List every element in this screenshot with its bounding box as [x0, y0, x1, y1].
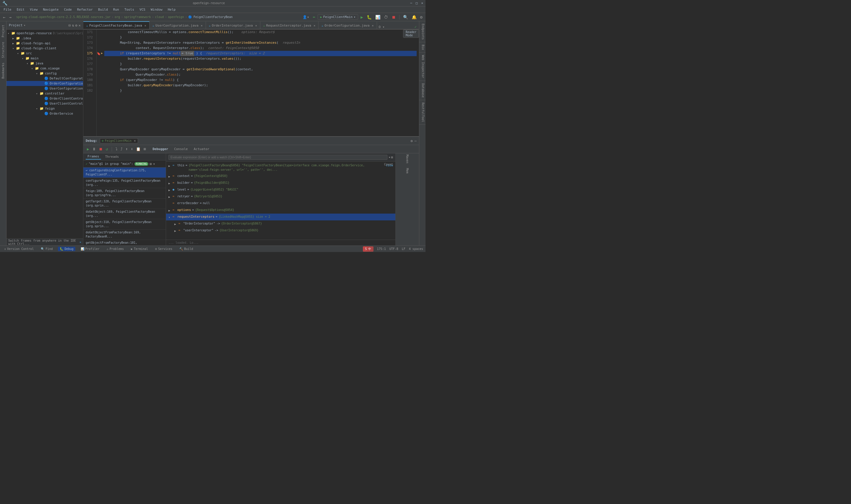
frame-item-1[interactable]: configureFeign:135, FeignClientFactoryBe… — [83, 178, 166, 188]
frame-item-3[interactable]: getTarget:320, FeignClientFactoryBean (o… — [83, 199, 166, 209]
var-item-error-decoder[interactable]: ▶ = errorDecoder = null — [166, 200, 395, 207]
close-hint-btn[interactable]: ✕ — [79, 240, 81, 244]
status-debug-item[interactable]: 🐛 Debug — [58, 247, 75, 251]
var-item-level[interactable]: ▶ ● level = {Logger$Level@5052} "BASIC" — [166, 186, 395, 193]
endpoints-tab[interactable]: Endpoints — [419, 21, 426, 42]
search-everywhere-button[interactable]: 🔍 — [402, 14, 409, 20]
tab-close-5[interactable]: ✕ — [372, 24, 374, 27]
bio-tab[interactable]: Bio — [419, 42, 426, 53]
tree-item-main[interactable]: ▾ 📁 main — [6, 56, 83, 61]
sort-icon[interactable]: ⇅ — [72, 23, 74, 28]
frame-item-2[interactable]: feign:109, FeignClientFactoryBean (org.s… — [83, 188, 166, 199]
input-method-switch[interactable]: S 中 — [363, 246, 374, 252]
bookmarks-tab[interactable]: Bookmarks — [1, 60, 6, 81]
tree-item-idea[interactable]: ▶ 📁 .idea — [6, 36, 83, 41]
debug-restart-btn[interactable]: ↺ — [105, 146, 109, 152]
breadcrumb-jar[interactable]: spring-cloud-openfeign-core-2.2.5.RELEAS… — [16, 15, 110, 19]
forward-button[interactable]: → — [8, 14, 13, 20]
var-item-order-interceptor[interactable]: ▶ = "OrderInterceptor" -> {OrderIntercep… — [166, 220, 395, 227]
minimize-button[interactable]: ─ — [410, 1, 412, 5]
debug-resume-btn[interactable]: ▶ — [86, 146, 90, 152]
status-profiler-item[interactable]: 📊 Profiler — [79, 247, 101, 251]
thread-filter-icon[interactable]: ⊞ — [149, 162, 151, 166]
tab-user-config[interactable]: ☕ UserConfiguration.java ✕ — [149, 21, 206, 29]
tree-item-feign[interactable]: ▾ 📁 feign — [6, 106, 83, 111]
breadcrumb-springframework[interactable]: springframework — [124, 15, 151, 19]
menu-build[interactable]: Build — [96, 7, 110, 12]
settings-button[interactable]: ⚙ — [419, 14, 424, 20]
debug-step-out-btn[interactable]: ⬆ — [124, 146, 129, 152]
frame-item-6[interactable]: doGetObjectFromFactoryBean:169, FactoryB… — [83, 230, 166, 240]
debug-run-to-cursor-btn[interactable]: ⬇ — [129, 146, 134, 152]
maven-tab[interactable]: Maven — [406, 155, 409, 163]
eval-expression-input[interactable] — [168, 155, 387, 160]
tree-item-api[interactable]: ▶ 📁 cloud-feign-api — [6, 41, 83, 46]
status-find-item[interactable]: 🔍 Find — [39, 247, 54, 251]
collapse-all-icon[interactable]: ⊟ — [69, 23, 71, 28]
console-tab[interactable]: Console — [172, 146, 189, 151]
frames-tab[interactable]: Frames — [86, 154, 101, 160]
more-tabs-btn[interactable]: O ▾ — [377, 25, 386, 29]
debug-collapse-icon[interactable]: — — [415, 139, 417, 143]
tree-item-order-config[interactable]: ▶ 🔵 OrderConfiguration — [6, 81, 83, 86]
actuator-tab[interactable]: Actuator — [192, 146, 211, 151]
var-item-builder[interactable]: ▶ = builder = {Feign$Builder@5051} — [166, 180, 395, 186]
menu-view[interactable]: View — [28, 7, 40, 12]
tree-item-order-service[interactable]: ▶ 🔵 OrderService — [6, 111, 83, 116]
tree-item-client[interactable]: ▾ 📁 cloud-feign-client — [6, 46, 83, 51]
tree-item-java[interactable]: ▾ 📁 java — [6, 61, 83, 66]
debugger-tab[interactable]: Debugger — [151, 146, 170, 151]
status-services-item[interactable]: ⚙ Services — [153, 247, 174, 251]
var-item-retryer[interactable]: ▶ = retryer = {Retryer$1@5053} — [166, 193, 395, 200]
web-inspector-tab[interactable]: Web Inspector — [419, 53, 426, 80]
project-dropdown-icon[interactable]: ▾ — [24, 24, 25, 27]
menu-edit[interactable]: Edit — [15, 7, 27, 12]
notifications-button[interactable]: 🔔 — [411, 14, 418, 20]
var-item-this[interactable]: ▶ = this = {FeignClientFactoryBean@5056}… — [166, 162, 395, 173]
restful-tool-tab[interactable]: RestfulTool — [419, 100, 426, 125]
vars-filter-btn[interactable]: ▾ — [388, 156, 391, 159]
tab-feign-factory-bean[interactable]: ☕ FeignClientFactoryBean.java ✕ — [83, 21, 149, 29]
structure-tab[interactable]: Structure — [1, 40, 6, 60]
menu-window[interactable]: Window — [148, 7, 165, 12]
tab-request-interceptor[interactable]: ☕ RequestInterceptor.java ✕ — [260, 21, 319, 29]
status-git-icon[interactable]: ↕ Version Control — [2, 247, 35, 251]
breadcrumb-cloud[interactable]: cloud — [155, 15, 164, 19]
tree-item-src[interactable]: ▾ 📁 src — [6, 51, 83, 56]
avatar-button[interactable]: 👤▾ — [302, 15, 310, 20]
debug-stop-btn[interactable]: ⏹ — [98, 146, 104, 152]
menu-run[interactable]: Run — [111, 7, 122, 12]
database-tab[interactable]: Database — [419, 81, 426, 100]
tree-item-default-config[interactable]: ▶ 🔵 DefaultConfiguration — [6, 76, 83, 81]
close-sidebar-icon[interactable]: ✕ — [78, 23, 81, 28]
project-tab[interactable]: Project — [1, 22, 6, 40]
menu-navigate[interactable]: Navigate — [41, 7, 61, 12]
tree-item-root[interactable]: ▾ 📁 openfeign-resource D:\workspace\Spri… — [6, 31, 83, 36]
menu-vcs[interactable]: VCS — [137, 7, 148, 12]
tree-item-com[interactable]: ▾ 📁 com.xiaoge — [6, 66, 83, 71]
debug-step-over-btn[interactable]: ⤵ — [114, 146, 119, 152]
status-terminal-item[interactable]: ▶ Terminal — [129, 247, 150, 251]
close-button[interactable]: ✕ — [421, 1, 423, 5]
var-item-options[interactable]: ▶ = options = {Request$Options@5054} — [166, 207, 395, 214]
status-problems-item[interactable]: ⚠ Problems — [105, 247, 126, 251]
breadcrumb-openfeign[interactable]: openfeign — [168, 15, 184, 19]
menu-file[interactable]: File — [1, 7, 14, 12]
frame-item-0[interactable]: ↩ configureUsingConfiguration:175, Feign… — [83, 167, 166, 178]
stop-button[interactable]: ⏹ — [390, 14, 397, 20]
back-button[interactable]: ← — [2, 14, 6, 20]
profile-button[interactable]: ⏱ — [383, 14, 389, 20]
menu-tools[interactable]: Tools — [122, 7, 137, 12]
tree-item-config[interactable]: ▾ 📁 config — [6, 71, 83, 76]
maximize-button[interactable]: □ — [416, 1, 418, 5]
debug-pause-btn[interactable]: ⏸ — [91, 146, 97, 152]
tab-order-interceptor[interactable]: ☕ OrderInterceptor.java ✕ — [206, 21, 260, 29]
threads-tab[interactable]: Threads — [104, 154, 121, 159]
menu-help[interactable]: Help — [165, 7, 178, 12]
breadcrumb-org[interactable]: org — [115, 15, 120, 19]
tab-close-2[interactable]: ✕ — [201, 24, 203, 27]
status-build-item[interactable]: 🔨 Build — [178, 247, 195, 251]
coverage-button[interactable]: 📊 — [374, 14, 381, 20]
debug-session-close[interactable]: ✕ — [134, 139, 136, 143]
tab-close-3[interactable]: ✕ — [255, 24, 257, 27]
